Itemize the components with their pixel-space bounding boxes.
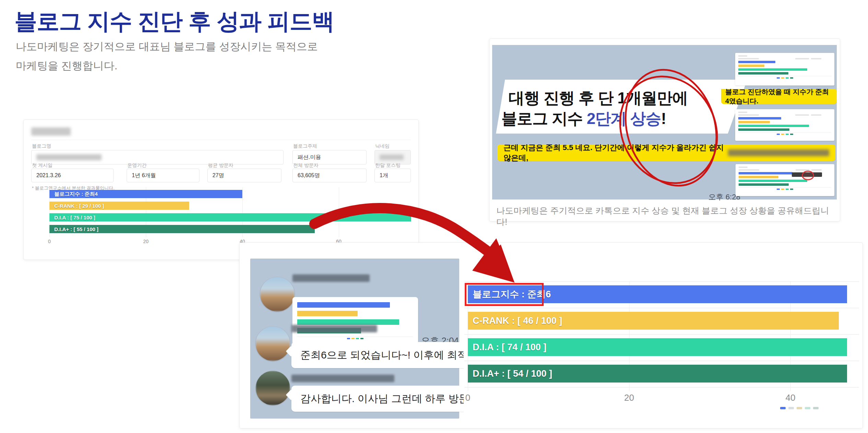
highlight-box-annotation bbox=[465, 283, 544, 306]
bar: C-RANK : [ 29 / 100 ] bbox=[49, 202, 189, 210]
mini-bar bbox=[738, 117, 781, 119]
kakao-bubble-2: 근데 지금은 준최 5.5 네요. 단기간에 이렇게 지수가 올라가긴 쉽지 않… bbox=[497, 145, 835, 161]
mini-bar bbox=[739, 180, 807, 182]
chart-legend bbox=[780, 407, 819, 409]
page-title: 블로그 지수 진단 후 성과 피드백 bbox=[14, 6, 334, 37]
mini-bar bbox=[738, 61, 775, 63]
bar-label: C-RANK : [ 29 / 100 ] bbox=[49, 203, 104, 209]
mini-bar bbox=[738, 65, 764, 67]
axis-tick-label: 20 bbox=[143, 239, 149, 244]
bar-label: D.I.A : [ 74 / 100 ] bbox=[468, 342, 546, 353]
blog-diagnosis-card: 블로그명 블로그주제 패션.미용 닉네임 첫 게시일 2021.3.26 운영기… bbox=[23, 119, 419, 260]
headline-highlight: 2단계 상승 bbox=[587, 110, 661, 127]
headline-line-2: 블로그 지수 2단계 상승! bbox=[501, 108, 666, 129]
axis-tick-label: 0 bbox=[48, 239, 51, 244]
mini-legend bbox=[738, 77, 831, 79]
kakao-screenshot-panel: 대행 진행 후 단 1개월만에 블로그 지수 2단계 상승! 블로그 진단하였을… bbox=[492, 45, 837, 200]
mini-bar bbox=[738, 72, 788, 75]
bar: D.I.A+ : [ 54 / 100 ] bbox=[468, 365, 847, 383]
mini-bar bbox=[738, 68, 807, 71]
redacted-bubble-text bbox=[728, 149, 829, 156]
headline-line-1: 대행 진행 후 단 1개월만에 bbox=[509, 88, 688, 109]
bar-label: 블로그지수 : 준최4 bbox=[49, 191, 98, 197]
before-bar-chart: 0204060블로그지수 : 준최4C-RANK : [ 29 / 100 ]D… bbox=[24, 120, 418, 260]
mini-bar-chart bbox=[738, 117, 831, 131]
bar-label: D.I.A : [ 75 / 100 ] bbox=[49, 215, 95, 220]
gridline bbox=[339, 187, 339, 237]
axis-tick-label: 40 bbox=[786, 392, 796, 403]
legend-dot bbox=[797, 407, 802, 409]
bar: D.I.A : [ 74 / 100 ] bbox=[468, 338, 847, 356]
chart-thumbnail-2 bbox=[735, 109, 834, 141]
bar: C-RANK : [ 46 / 100 ] bbox=[468, 312, 839, 330]
result-card: 오후 2:04 준최6으로 되었습니다~! 이후에 최적화 단계 감사합니다. … bbox=[239, 242, 863, 429]
bar: D.I.A : [ 75 / 100 ] bbox=[49, 213, 411, 221]
bar-label: D.I.A+ : [ 54 / 100 ] bbox=[468, 368, 552, 379]
legend-dot bbox=[788, 407, 794, 409]
axis-tick-label: 0 bbox=[465, 392, 470, 403]
chart-thumbnail-1 bbox=[735, 53, 834, 86]
subtitle-line-1: 나도마케팅은 장기적으로 대표님 블로그를 성장시키는 목적으로 bbox=[16, 37, 318, 56]
mini-bar bbox=[738, 125, 809, 127]
mini-bar bbox=[738, 128, 789, 131]
legend-dot bbox=[813, 407, 819, 409]
mini-bar bbox=[739, 176, 778, 178]
page: 블로그 지수 진단 후 성과 피드백 나도마케팅은 장기적으로 대표님 블로그를… bbox=[0, 0, 868, 433]
subtitle-line-2: 마케팅을 진행합니다. bbox=[16, 56, 318, 76]
kakao-bubble-1: 블로그 진단하였을 때 지수가 준최 4였습니다. bbox=[721, 89, 837, 104]
bar-label: D.I.A+ : [ 55 / 100 ] bbox=[49, 226, 99, 232]
chart-thumbnail-3 bbox=[736, 164, 834, 196]
red-ring-annotation bbox=[802, 171, 814, 180]
legend-dot bbox=[805, 407, 810, 409]
mini-bar bbox=[739, 172, 792, 174]
mini-bar-chart bbox=[738, 61, 831, 75]
mini-bar bbox=[738, 121, 770, 123]
axis-tick-label: 20 bbox=[624, 392, 634, 403]
page-subtitle: 나도마케팅은 장기적으로 대표님 블로그를 성장시키는 목적으로 마케팅을 진행… bbox=[16, 37, 318, 76]
after-bar-chart: 02040블로그지수 : 준최6C-RANK : [ 46 / 100 ]D.I… bbox=[240, 243, 863, 428]
bar-label: C-RANK : [ 46 / 100 ] bbox=[468, 316, 562, 326]
kakao-caption: 나도마케팅은 주기적으로 카톡으로 지수 상승 및 현재 블로그 성장 상황을 … bbox=[496, 205, 840, 228]
mini-bar bbox=[739, 183, 789, 186]
mini-legend bbox=[738, 134, 831, 135]
bar: 블로그지수 : 준최4 bbox=[49, 190, 242, 198]
kakao-share-card: 대행 진행 후 단 1개월만에 블로그 지수 2단계 상승! 블로그 진단하였을… bbox=[489, 38, 840, 221]
legend-dot bbox=[780, 407, 786, 409]
mini-legend bbox=[739, 189, 831, 190]
bar: D.I.A+ : [ 55 / 100 ] bbox=[49, 225, 315, 233]
